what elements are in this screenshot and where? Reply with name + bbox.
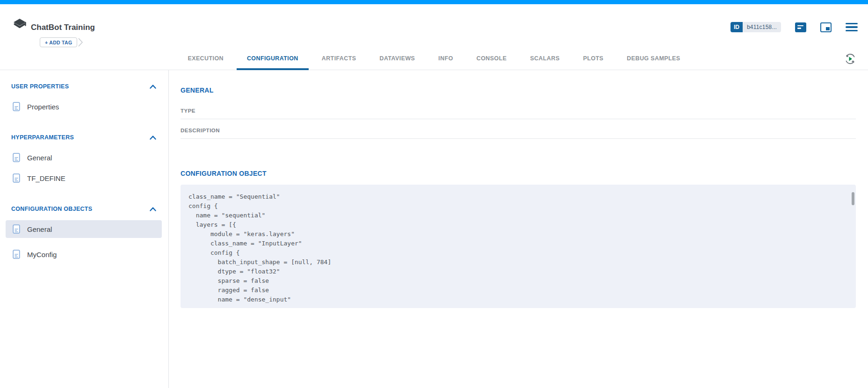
section-title: HYPERPARAMETERS <box>11 134 74 141</box>
tab-dataviews[interactable]: DATAVIEWS <box>369 55 426 70</box>
sidebar-item-label: TF_DEFINE <box>27 174 65 182</box>
tab-artifacts[interactable]: ARTIFACTS <box>311 55 367 70</box>
configuration-object-code[interactable]: class_name = "Sequential" config { name … <box>181 185 856 308</box>
sidebar-item-tf-define[interactable]: TF_DEFINE <box>6 169 162 187</box>
top-status-bar <box>0 0 868 4</box>
description-label: DESCRIPTION <box>181 128 220 133</box>
code-line: class_name = "Sequential" <box>188 192 842 201</box>
experiment-id-badge[interactable]: ID b411c158... <box>731 22 781 32</box>
tab-bar: EXECUTION CONFIGURATION ARTIFACTS DATAVI… <box>0 49 868 70</box>
document-icon <box>13 102 20 111</box>
task-notes-icon[interactable] <box>795 22 806 32</box>
general-section-heading: GENERAL <box>181 86 856 94</box>
configuration-sidebar: USER PROPERTIES Properties HYPERPARAMETE… <box>0 70 169 388</box>
sidebar-item-myconfig[interactable]: MyConfig <box>6 245 162 263</box>
tab-info[interactable]: INFO <box>428 55 463 70</box>
tab-debug-samples[interactable]: DEBUG SAMPLES <box>616 55 690 70</box>
side-panel-toggle-icon[interactable] <box>820 22 832 32</box>
experiment-logo-icon <box>13 18 27 31</box>
tab-plots[interactable]: PLOTS <box>573 55 614 70</box>
sidebar-item-properties[interactable]: Properties <box>6 98 162 115</box>
chevron-up-icon <box>150 136 156 140</box>
code-line: dtype = "float32" <box>188 267 842 276</box>
sidebar-item-label: MyConfig <box>27 251 57 259</box>
document-icon <box>13 224 20 234</box>
document-icon <box>13 153 20 162</box>
type-field: TYPE <box>181 106 856 119</box>
section-configuration-objects[interactable]: CONFIGURATION OBJECTS <box>0 205 168 213</box>
section-title: CONFIGURATION OBJECTS <box>11 206 92 212</box>
code-scrollbar-thumb[interactable] <box>852 192 854 205</box>
configuration-object-heading: CONFIGURATION OBJECT <box>181 170 856 177</box>
section-user-properties[interactable]: USER PROPERTIES <box>0 82 168 91</box>
add-tag-button[interactable]: + ADD TAG <box>40 37 77 47</box>
sidebar-item-hp-general[interactable]: General <box>6 149 162 166</box>
code-line: batch_input_shape = [null, 784] <box>188 258 842 267</box>
document-icon <box>13 173 20 183</box>
header-right-controls: ID b411c158... <box>731 22 858 32</box>
id-value: b411c158... <box>743 22 781 32</box>
tab-configuration[interactable]: CONFIGURATION <box>237 55 309 70</box>
code-line: config { <box>188 248 842 258</box>
code-line: module = "keras.layers" <box>188 230 842 239</box>
description-field: DESCRIPTION <box>181 126 856 139</box>
code-line: ragged = false <box>188 286 842 295</box>
code-line: layers = [{ <box>188 220 842 230</box>
experiment-header: ChatBot Training + ADD TAG ID b411c158..… <box>0 4 868 70</box>
document-icon <box>13 250 20 259</box>
experiment-title: ChatBot Training <box>31 23 95 32</box>
chevron-up-icon <box>150 85 156 89</box>
menu-icon[interactable] <box>846 23 858 32</box>
code-line: config { <box>188 201 842 211</box>
content-area: USER PROPERTIES Properties HYPERPARAMETE… <box>0 70 868 388</box>
configuration-panel: GENERAL TYPE DESCRIPTION CONFIGURATION O… <box>169 70 868 388</box>
tag-chevron-icon <box>78 37 83 47</box>
section-hyperparameters[interactable]: HYPERPARAMETERS <box>0 133 168 142</box>
chevron-up-icon <box>150 207 156 211</box>
add-tag: + ADD TAG <box>40 37 83 47</box>
sidebar-item-label: Properties <box>27 103 59 111</box>
sidebar-item-label: General <box>27 225 52 233</box>
code-line: name = "dense_input" <box>188 295 842 304</box>
id-label: ID <box>731 22 743 32</box>
code-line: name = "sequential" <box>188 211 842 220</box>
sidebar-item-config-general[interactable]: General <box>6 220 162 238</box>
tab-console[interactable]: CONSOLE <box>466 55 517 70</box>
code-line: sparse = false <box>188 276 842 286</box>
app-window: COMPLETED ChatBot Training + ADD TAG ID … <box>0 0 868 388</box>
tab-scalars[interactable]: SCALARS <box>520 55 570 70</box>
tab-execution[interactable]: EXECUTION <box>177 55 234 70</box>
sidebar-item-label: General <box>27 154 52 162</box>
auto-refresh-icon[interactable] <box>844 52 857 65</box>
type-label: TYPE <box>181 108 195 114</box>
code-line: class_name = "InputLayer" <box>188 239 842 248</box>
section-title: USER PROPERTIES <box>11 83 69 90</box>
